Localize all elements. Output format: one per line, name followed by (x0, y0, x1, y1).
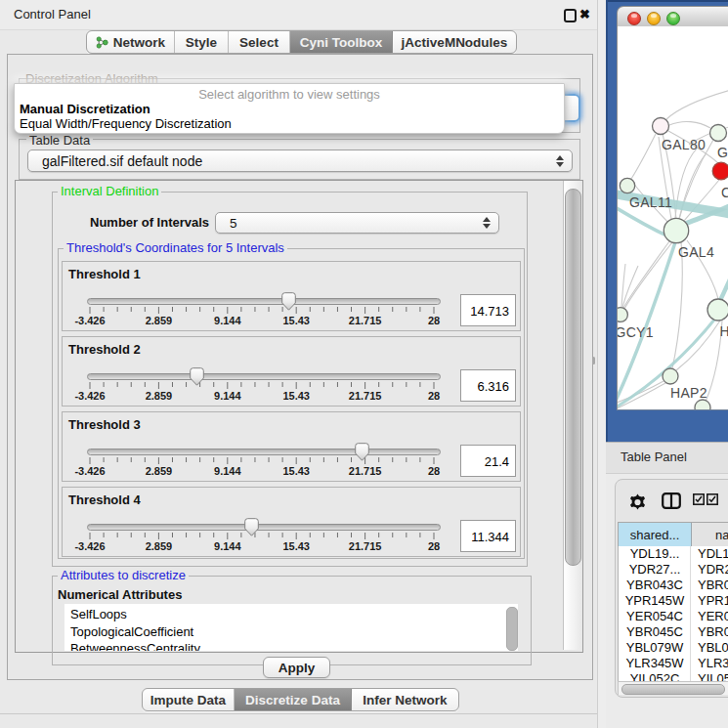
tick-label: 21.715 (336, 315, 395, 326)
attributes-group-title: Attributes to discretize (58, 569, 189, 582)
column-header-name[interactable]: na... (692, 523, 728, 546)
svg-text:GA: GA (717, 145, 728, 160)
number-of-intervals-combobox[interactable]: 5 (215, 212, 499, 234)
cell-name: YPR14 (698, 593, 728, 609)
table-body: YDL19...YDL19YDR27...YDR27YBR043CYBR04YP… (618, 546, 728, 681)
combo-stepper-icon (483, 216, 491, 230)
table-row[interactable]: YBR043CYBR04 (619, 578, 728, 593)
algorithm-dropdown-popup: Select algorithm to view settings Manual… (14, 83, 565, 134)
network-canvas[interactable]: GAL80GACYGAL11GAL4GCY1HAHAP2 (617, 26, 728, 410)
tab-discretize-data[interactable]: Discretize Data (235, 689, 352, 710)
table-row[interactable]: YER054CYER05 (619, 609, 728, 624)
attributes-list-scrollbar[interactable] (504, 604, 518, 651)
threshold-panel-2: Threshold 2-3.4262.8599.14415.4321.71528… (62, 336, 521, 407)
network-icon (96, 36, 108, 49)
tick-label: 9.144 (198, 465, 257, 477)
tick-label: 9.144 (198, 315, 257, 326)
cell-shared-name: YPR145W (619, 593, 691, 609)
threshold-value: 14.713 (470, 303, 509, 318)
tab-style[interactable]: Style (175, 31, 229, 53)
cell-name: YIL05 (698, 671, 728, 681)
cell-shared-name: YBR045C (619, 624, 691, 640)
splitter-handle[interactable] (592, 357, 595, 364)
threshold-value-field[interactable]: 11.344 (460, 520, 516, 552)
table-row[interactable]: YBR045CYBR04 (619, 624, 728, 640)
tab-select[interactable]: Select (229, 31, 290, 53)
table-row[interactable]: YBL079WYBL07 (619, 640, 728, 656)
tab-jactivemnodules[interactable]: jActiveMNodules (393, 31, 516, 53)
tab-label: jActiveMNodules (402, 35, 508, 50)
threshold-value: 11.344 (471, 529, 509, 543)
table-panel-title: Table Panel (621, 450, 687, 464)
panel-scrollbar-thumb[interactable] (565, 189, 581, 566)
tab-network[interactable]: Network (87, 31, 175, 53)
app-root: Control Panel ✖ NetworkStyleSelectCyni T… (0, 0, 728, 728)
slider-thumb[interactable] (190, 367, 204, 386)
table-row[interactable]: YPR145WYPR14 (619, 593, 728, 609)
tick-label: -3.426 (61, 390, 119, 402)
table-hscrollbar[interactable] (618, 681, 728, 695)
attribute-item[interactable]: TopologicalCoefficient (70, 623, 193, 641)
table-row[interactable]: YDL19...YDL19 (619, 546, 728, 562)
svg-text:HAP2: HAP2 (670, 385, 707, 401)
tab-cyni-toolbox[interactable]: Cyni Toolbox (290, 31, 393, 53)
control-panel: Control Panel ✖ NetworkStyleSelectCyni T… (0, 0, 597, 728)
gear-icon[interactable] (629, 493, 646, 510)
table-data-combobox[interactable]: galFiltered.sif default node (27, 150, 573, 172)
tick-label: -3.426 (61, 315, 119, 326)
slider-thumb[interactable] (281, 292, 296, 311)
cell-name: YDL19 (698, 546, 728, 562)
window-minimize-icon[interactable] (647, 12, 661, 25)
tick-label: 21.715 (336, 540, 395, 552)
svg-text:GAL4: GAL4 (678, 244, 714, 260)
checkbox-icon[interactable] (693, 493, 705, 505)
cyni-bottom-tabs: Impute DataDiscretize DataInfer Network (142, 688, 459, 711)
tick-label: 2.859 (129, 465, 188, 477)
cell-name: YBR04 (698, 578, 728, 593)
table-row[interactable]: YIL052CYIL05 (619, 671, 728, 681)
table-hscrollbar-thumb[interactable] (621, 684, 725, 695)
tick-label: 28 (405, 465, 463, 477)
tab-label: Impute Data (150, 693, 226, 707)
cell-shared-name: YIL052C (619, 671, 691, 681)
window-close-icon[interactable] (627, 12, 641, 25)
close-icon[interactable]: ✖ (579, 7, 590, 21)
cell-name: YER05 (698, 609, 728, 624)
threshold-value-field[interactable]: 21.4 (460, 445, 516, 477)
tick-label: 28 (405, 540, 463, 552)
cell-shared-name: YBR043C (619, 578, 691, 593)
threshold-value-field[interactable]: 14.713 (460, 294, 516, 326)
apply-button[interactable]: Apply (263, 657, 330, 678)
cell-name: YLR34 (698, 656, 728, 671)
attribute-item[interactable]: SelfLoops (70, 606, 127, 623)
tab-impute-data[interactable]: Impute Data (143, 689, 235, 710)
algorithm-option-1[interactable]: Manual Discretization (20, 102, 150, 116)
table-data-title: Table Data (26, 133, 93, 148)
tick-label: -3.426 (61, 465, 119, 477)
column-header-shared-name[interactable]: shared... (619, 523, 692, 546)
svg-text:HA: HA (720, 323, 728, 339)
cell-shared-name: YER054C (619, 609, 691, 624)
network-window-titlebar[interactable] (617, 6, 728, 28)
tick-label: -3.426 (61, 540, 119, 552)
numerical-attributes-list[interactable]: SelfLoopsTopologicalCoefficientBetweenne… (64, 604, 504, 651)
threshold-value: 6.316 (477, 378, 509, 393)
table-row[interactable]: YDR27...YDR27 (619, 562, 728, 578)
attributes-list-scrollbar-thumb[interactable] (506, 607, 518, 651)
cell-name: YBL07 (698, 640, 728, 656)
float-window-icon[interactable] (564, 9, 577, 22)
tab-infer-network[interactable]: Infer Network (352, 689, 458, 710)
split-view-icon[interactable] (662, 492, 681, 509)
threshold-value-field[interactable]: 6.316 (460, 369, 516, 402)
attribute-item[interactable]: BetweennessCentrality (70, 640, 200, 651)
control-panel-title: Control Panel (14, 7, 91, 21)
slider-thumb[interactable] (355, 443, 369, 461)
window-zoom-icon[interactable] (666, 12, 680, 25)
checkbox-icon[interactable] (707, 493, 718, 505)
algorithm-option-2[interactable]: Equal Width/Frequency Discretization (20, 116, 232, 131)
tick-label: 15.43 (267, 465, 325, 477)
slider-thumb[interactable] (244, 518, 259, 536)
tab-label: Cyni Toolbox (300, 35, 383, 50)
table-row[interactable]: YLR345WYLR34 (619, 656, 728, 671)
tab-label: Style (186, 35, 217, 50)
